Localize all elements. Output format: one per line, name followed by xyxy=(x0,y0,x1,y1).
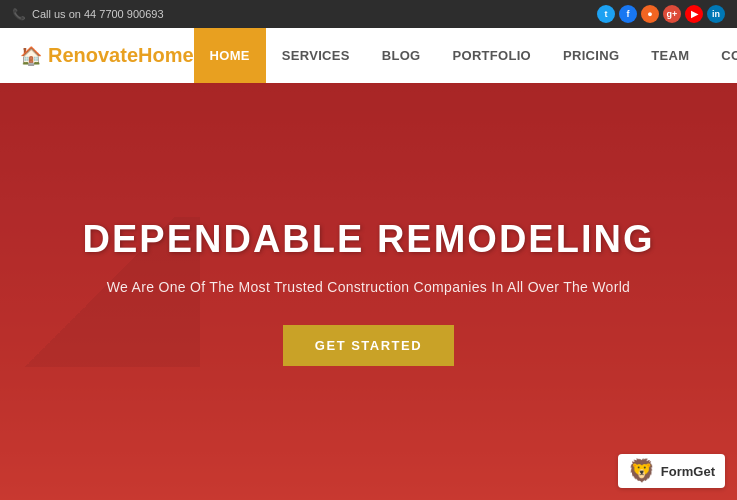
hero-content: DEPENDABLE REMODELING We Are One Of The … xyxy=(43,218,695,366)
phone-info: 📞 Call us on 44 7700 900693 xyxy=(12,8,164,21)
phone-icon: 📞 xyxy=(12,8,26,21)
nav-links: HOME SERVICES BLOG PORTFOLIO PRICING TEA… xyxy=(194,28,737,83)
get-started-button[interactable]: GET STARTED xyxy=(283,325,454,366)
navbar: 🏠 RenovateHome HOME SERVICES BLOG PORTFO… xyxy=(0,28,737,83)
nav-portfolio[interactable]: PORTFOLIO xyxy=(437,28,548,83)
hero-title: DEPENDABLE REMODELING xyxy=(83,218,655,261)
hero-subtitle: We Are One Of The Most Trusted Construct… xyxy=(83,279,655,295)
nav-blog[interactable]: BLOG xyxy=(366,28,437,83)
youtube-icon[interactable]: ▶ xyxy=(685,5,703,23)
logo-text: RenovateHome xyxy=(48,44,194,67)
logo[interactable]: 🏠 RenovateHome xyxy=(20,44,194,67)
nav-pricing[interactable]: PRICING xyxy=(547,28,635,83)
top-bar: 📞 Call us on 44 7700 900693 t f ● g+ ▶ i… xyxy=(0,0,737,28)
facebook-icon[interactable]: f xyxy=(619,5,637,23)
gplus-icon[interactable]: g+ xyxy=(663,5,681,23)
formget-lion-icon: 🦁 xyxy=(628,458,655,484)
formget-label: FormGet xyxy=(661,464,715,479)
phone-label: Call us on 44 7700 900693 xyxy=(32,8,164,20)
logo-icon: 🏠 xyxy=(20,45,42,67)
formget-badge: 🦁 FormGet xyxy=(618,454,725,488)
nav-services[interactable]: SERVICES xyxy=(266,28,366,83)
hero-section: DEPENDABLE REMODELING We Are One Of The … xyxy=(0,83,737,500)
linkedin-icon[interactable]: in xyxy=(707,5,725,23)
rss-icon[interactable]: ● xyxy=(641,5,659,23)
nav-contact[interactable]: CONTACT xyxy=(705,28,737,83)
social-icons: t f ● g+ ▶ in xyxy=(597,5,725,23)
nav-team[interactable]: TEAM xyxy=(635,28,705,83)
nav-home[interactable]: HOME xyxy=(194,28,266,83)
twitter-icon[interactable]: t xyxy=(597,5,615,23)
